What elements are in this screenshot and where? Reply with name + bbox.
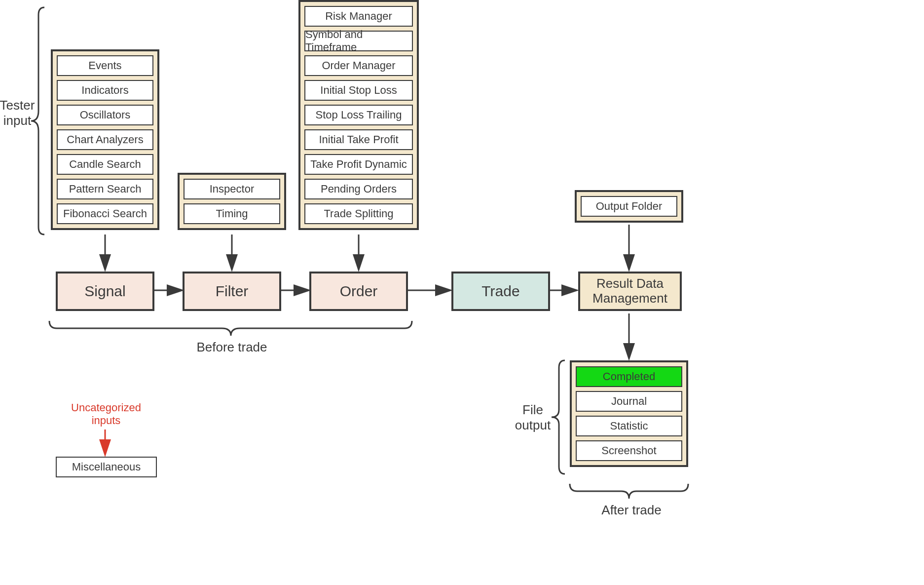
order-item: Trade Splitting <box>304 203 413 224</box>
order-item: Take Profit Dynamic <box>304 154 413 175</box>
filter-item: Inspector <box>184 179 280 199</box>
filter-item: Timing <box>184 203 280 224</box>
trade-node: Trade <box>451 272 550 311</box>
signal-item: Candle Search <box>57 154 153 175</box>
after-trade-label: After trade <box>592 503 671 518</box>
result-input-group: Output Folder <box>575 190 683 223</box>
file-output-label: File output <box>511 402 555 433</box>
signal-inputs-group: Events Indicators Oscillators Chart Anal… <box>51 49 159 230</box>
result-node: Result Data Management <box>578 272 682 311</box>
signal-item: Pattern Search <box>57 179 153 199</box>
file-output-item: Journal <box>576 391 682 412</box>
uncategorized-inputs-label: Uncategorized inputs <box>62 401 150 428</box>
order-item: Initial Take Profit <box>304 129 413 150</box>
signal-item: Indicators <box>57 80 153 101</box>
signal-item: Events <box>57 55 153 76</box>
signal-item: Oscillators <box>57 105 153 125</box>
order-item: Initial Stop Loss <box>304 80 413 101</box>
result-input-item: Output Folder <box>581 196 677 217</box>
order-item: Risk Manager <box>304 6 413 27</box>
order-item: Order Manager <box>304 55 413 76</box>
order-item: Symbol and Timeframe <box>304 31 413 51</box>
signal-node: Signal <box>56 272 154 311</box>
file-output-group: Completed Journal Statistic Screenshot <box>570 360 688 467</box>
order-item: Pending Orders <box>304 179 413 199</box>
tester-input-label: Tester input <box>0 98 39 128</box>
before-trade-label: Before trade <box>187 340 276 355</box>
filter-inputs-group: Inspector Timing <box>178 173 286 230</box>
filter-node: Filter <box>183 272 281 311</box>
order-node: Order <box>309 272 408 311</box>
order-item: Stop Loss Trailing <box>304 105 413 125</box>
file-output-item-completed: Completed <box>576 366 682 387</box>
file-output-item: Statistic <box>576 416 682 436</box>
signal-item: Fibonacci Search <box>57 203 153 224</box>
signal-item: Chart Analyzers <box>57 129 153 150</box>
miscellaneous-box: Miscellaneous <box>56 457 157 477</box>
order-inputs-group: Risk Manager Symbol and Timeframe Order … <box>298 0 419 230</box>
file-output-item: Screenshot <box>576 440 682 461</box>
